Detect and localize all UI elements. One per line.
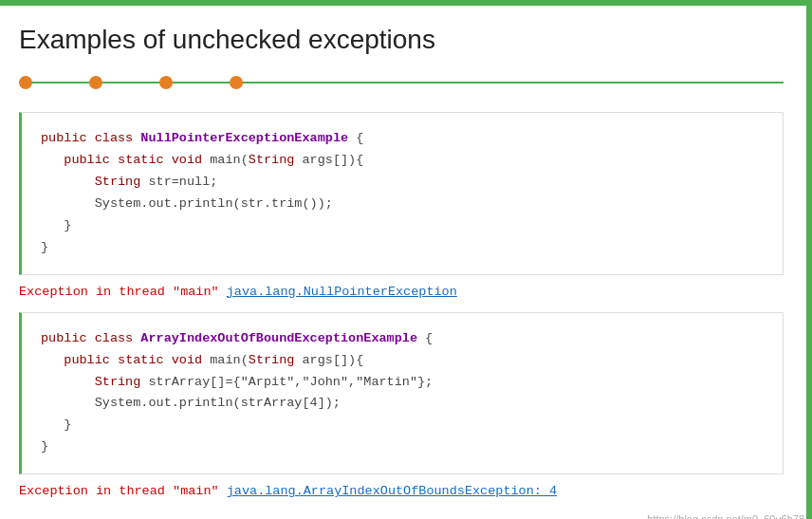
code-block-2: public class ArrayIndexOutOfBoundExcepti…	[19, 312, 784, 475]
exception-link-1[interactable]: java.lang.NullPointerException	[227, 285, 457, 299]
code-line: public class NullPointerExceptionExample…	[41, 128, 767, 150]
timeline-row	[19, 72, 784, 93]
exception-link-2[interactable]: java.lang.ArrayIndexOutOfBoundsException…	[227, 484, 557, 498]
code-line: String strArray[]={"Arpit","John","Marti…	[41, 372, 767, 394]
code-line: }	[41, 436, 767, 458]
code-block-1: public class NullPointerExceptionExample…	[19, 112, 784, 275]
code-line: }	[41, 415, 767, 436]
code-line: }	[41, 215, 767, 237]
code-line: public class ArrayIndexOutOfBoundExcepti…	[41, 328, 767, 350]
code-line: public static void main(String args[]){	[41, 350, 767, 372]
code-line: System.out.println(strArray[4]);	[41, 393, 767, 415]
exception-line-2: Exception in thread "main" java.lang.Arr…	[19, 484, 784, 498]
code-line: }	[41, 237, 767, 259]
page-container: Examples of unchecked exceptions public …	[0, 0, 812, 519]
code-line: public static void main(String args[]){	[41, 150, 767, 172]
timeline-dot-3	[159, 76, 173, 89]
main-content: Examples of unchecked exceptions public …	[0, 6, 812, 519]
exception-line-1: Exception in thread "main" java.lang.Nul…	[19, 285, 784, 299]
code-line: String str=null;	[41, 172, 767, 194]
watermark: https://blog.csdn.net/m0_60u6b78	[647, 513, 804, 519]
page-title: Examples of unchecked exceptions	[19, 25, 784, 55]
timeline-dot-2	[89, 76, 102, 89]
timeline-dot-4	[230, 76, 243, 89]
right-bar	[806, 0, 812, 519]
exception-prefix-1: Exception in thread "main"	[19, 285, 227, 299]
timeline-dot-1	[19, 76, 32, 89]
timeline-dots	[19, 72, 243, 93]
code-line: System.out.println(str.trim());	[41, 194, 767, 215]
exception-prefix-2: Exception in thread "main"	[19, 484, 227, 498]
